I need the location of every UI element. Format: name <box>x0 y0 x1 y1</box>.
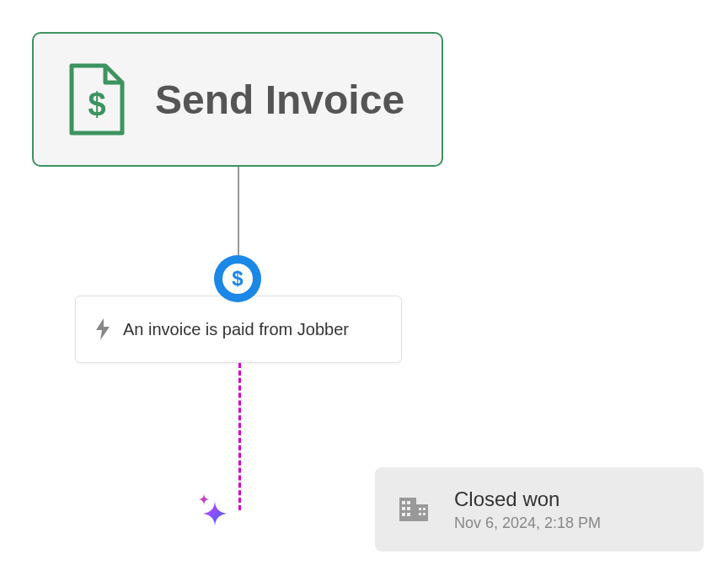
svg-rect-5 <box>407 501 410 504</box>
svg-text:$: $ <box>88 87 105 122</box>
dollar-badge-icon: $ <box>214 255 261 302</box>
invoice-dollar-icon: $ <box>67 61 126 137</box>
svg-rect-8 <box>402 513 405 516</box>
svg-rect-3 <box>416 504 428 521</box>
svg-rect-10 <box>419 508 421 510</box>
svg-rect-7 <box>407 507 410 510</box>
closed-won-date: Nov 6, 2024, 2:18 PM <box>454 514 601 532</box>
connector-line <box>238 167 239 258</box>
svg-rect-9 <box>407 513 410 516</box>
building-icon <box>397 493 431 526</box>
send-invoice-title: Send Invoice <box>155 77 404 123</box>
svg-rect-6 <box>402 507 405 510</box>
trigger-card[interactable]: An invoice is paid from Jobber <box>75 296 402 363</box>
closed-won-title: Closed won <box>454 488 601 511</box>
trigger-text: An invoice is paid from Jobber <box>123 320 349 339</box>
svg-rect-11 <box>423 508 426 510</box>
send-invoice-card[interactable]: $ Send Invoice <box>32 32 443 167</box>
svg-rect-12 <box>419 513 421 515</box>
svg-rect-13 <box>423 513 426 515</box>
bolt-icon <box>94 318 111 340</box>
closed-won-card[interactable]: Closed won Nov 6, 2024, 2:18 PM <box>375 467 704 552</box>
sparkle-icon <box>193 492 232 530</box>
svg-rect-4 <box>402 501 405 504</box>
dashed-connector-vertical <box>238 363 241 510</box>
